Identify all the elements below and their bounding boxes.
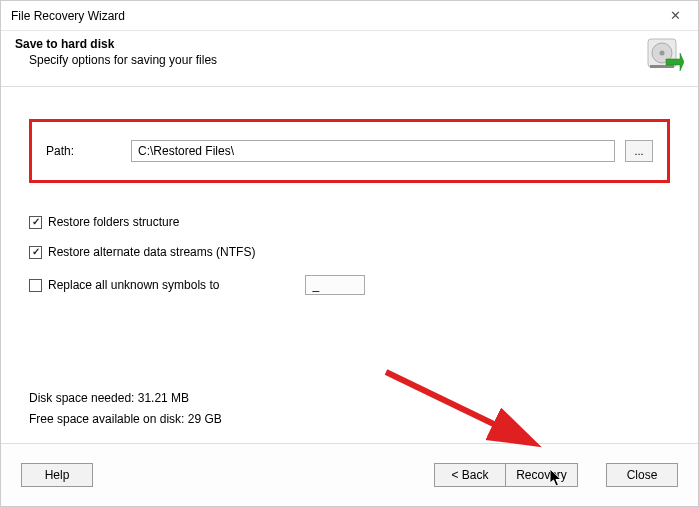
path-label: Path: [46,144,121,158]
option-restore-ads[interactable]: Restore alternate data streams (NTFS) [29,245,670,259]
label-restore-folders: Restore folders structure [48,215,179,229]
titlebar: File Recovery Wizard ✕ [1,1,698,31]
option-replace-symbols[interactable]: Replace all unknown symbols to [29,275,670,295]
wizard-content: Path: ... Restore folders structure Rest… [1,86,698,443]
checkbox-restore-ads[interactable] [29,246,42,259]
page-title: Save to hard disk [15,37,684,51]
replace-symbol-input[interactable] [305,275,365,295]
disk-space-needed: Disk space needed: 31.21 MB [29,388,222,408]
window-close-button[interactable]: ✕ [653,1,698,30]
disk-info: Disk space needed: 31.21 MB Free space a… [29,388,222,429]
svg-rect-3 [650,65,674,68]
disk-recovery-icon [644,35,684,78]
recovery-button[interactable]: Recovery [506,463,578,487]
page-subtitle: Specify options for saving your files [15,53,684,67]
nav-button-group: < Back Recovery [434,463,578,487]
wizard-header: Save to hard disk Specify options for sa… [1,31,698,86]
close-button[interactable]: Close [606,463,678,487]
option-restore-folders[interactable]: Restore folders structure [29,215,670,229]
svg-line-4 [386,372,531,442]
svg-point-2 [660,51,665,56]
help-button[interactable]: Help [21,463,93,487]
ellipsis-icon: ... [634,145,643,157]
path-input[interactable] [131,140,615,162]
path-highlight-box: Path: ... [29,119,670,183]
browse-button[interactable]: ... [625,140,653,162]
label-replace-symbols: Replace all unknown symbols to [48,278,219,292]
disk-space-free: Free space available on disk: 29 GB [29,409,222,429]
checkbox-replace-symbols[interactable] [29,279,42,292]
window-title: File Recovery Wizard [11,9,125,23]
back-button[interactable]: < Back [434,463,506,487]
close-icon: ✕ [670,8,681,23]
checkbox-restore-folders[interactable] [29,216,42,229]
wizard-footer: Help < Back Recovery Close [1,443,698,505]
label-restore-ads: Restore alternate data streams (NTFS) [48,245,255,259]
